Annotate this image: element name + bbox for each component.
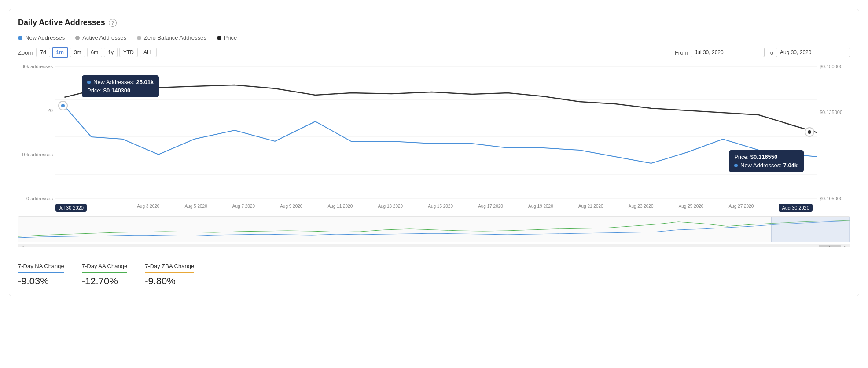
stat-aa-underline <box>82 272 127 273</box>
new-addresses-label: New Addresses <box>25 34 65 41</box>
tooltip-left-value2: $0.140300 <box>103 87 130 94</box>
stat-zba-underline <box>145 272 194 273</box>
zoom-3m[interactable]: 3m <box>70 48 85 57</box>
legend-item-new-addresses[interactable]: New Addresses <box>18 34 65 41</box>
stats-section: 7-Day NA Change -9.03% 7-Day AA Change -… <box>18 256 850 287</box>
left-circle-indicator <box>58 101 68 110</box>
tooltip-left-label2: Price: $0.140300 <box>87 87 130 94</box>
tooltip-right-label2: New Addresses: 7.04k <box>740 162 798 169</box>
zoom-1m[interactable]: 1m <box>52 47 68 58</box>
from-date-input[interactable] <box>691 48 765 57</box>
x-label-aug25: Aug 25 2020 <box>679 204 704 212</box>
stat-na-label: 7-Day NA Change <box>18 263 64 269</box>
y-right-mid1: $0.135000 <box>820 110 850 115</box>
tooltip-left-dot <box>87 81 91 84</box>
handle-bar-3 <box>831 246 832 247</box>
stat-na-change: 7-Day NA Change -9.03% <box>18 263 64 287</box>
x-label-aug7: Aug 7 2020 <box>232 204 255 212</box>
chart-body: 30k addresses 20 10k addresses 0 address… <box>18 62 850 203</box>
chart-svg <box>55 62 817 203</box>
stat-aa-change: 7-Day AA Change -12.70% <box>82 263 127 287</box>
stat-na-underline <box>18 272 64 273</box>
legend-item-zero-balance[interactable]: Zero Balance Addresses <box>137 34 206 41</box>
tooltip-left-row2: Price: $0.140300 <box>87 87 154 94</box>
legend-item-active-addresses[interactable]: Active Addresses <box>75 34 126 41</box>
x-label-aug13: Aug 13 2020 <box>378 204 403 212</box>
zero-balance-dot <box>137 36 141 40</box>
tooltip-left-row1: New Addresses: 25.01k <box>87 79 154 85</box>
x-label-start: Jul 30 2020 <box>55 204 87 212</box>
svg-rect-5 <box>18 217 850 242</box>
tooltip-right-label1: Price: $0.116550 <box>734 154 777 160</box>
chart-header: Daily Active Addresses ? <box>18 18 850 27</box>
x-label-aug23: Aug 23 2020 <box>629 204 654 212</box>
y-right-top: $0.150000 <box>820 64 850 69</box>
minimap-scrollbar: ◀ ▶ <box>18 244 850 247</box>
x-label-aug19: Aug 19 2020 <box>528 204 553 212</box>
x-label-end: Aug 30 2020 <box>779 204 812 212</box>
y-left-mid2: 10k addresses <box>18 152 53 157</box>
legend: New Addresses Active Addresses Zero Bala… <box>18 34 850 41</box>
active-addresses-dot <box>75 36 80 40</box>
zoom-1y[interactable]: 1y <box>104 48 118 57</box>
tooltip-right: Price: $0.116550 New Addresses: 7.04k <box>729 150 804 172</box>
zoom-ytd[interactable]: YTD <box>119 48 138 57</box>
right-indicator-dot <box>808 130 811 134</box>
zoom-all[interactable]: ALL <box>140 48 157 57</box>
legend-item-price[interactable]: Price <box>217 34 237 41</box>
tooltip-right-dot <box>734 164 738 167</box>
left-indicator-dot <box>61 104 65 107</box>
chart-wrapper: 30k addresses 20 10k addresses 0 address… <box>18 62 850 213</box>
scroll-left-arrow[interactable]: ◀ <box>20 245 24 247</box>
minimap-container: ◀ ▶ <box>18 216 850 247</box>
stat-na-value: -9.03% <box>18 276 64 287</box>
from-label: From <box>675 49 688 56</box>
stat-zba-change: 7-Day ZBA Change -9.80% <box>145 263 194 287</box>
zero-balance-label: Zero Balance Addresses <box>144 34 206 41</box>
to-date-input[interactable] <box>776 48 850 57</box>
new-addresses-dot <box>18 36 22 40</box>
active-addresses-label: Active Addresses <box>82 34 126 41</box>
x-label-aug11: Aug 11 2020 <box>328 204 353 212</box>
tooltip-right-row1: Price: $0.116550 <box>734 154 798 160</box>
handle-bar-1 <box>828 246 829 247</box>
tooltip-right-value2: 7.04k <box>783 162 798 169</box>
chart-title: Daily Active Addresses <box>18 18 105 27</box>
stat-zba-value: -9.80% <box>145 276 194 287</box>
y-axis-left: 30k addresses 20 10k addresses 0 address… <box>18 62 55 203</box>
scroll-handle[interactable] <box>819 245 841 247</box>
main-container: Daily Active Addresses ? New Addresses A… <box>9 9 859 296</box>
to-label: To <box>767 49 773 56</box>
controls-row: Zoom 7d 1m 3m 6m 1y YTD ALL From To <box>18 47 850 58</box>
scroll-right-arrow[interactable]: ▶ <box>844 245 848 247</box>
minimap-svg <box>18 217 850 242</box>
y-right-bot: $0.105000 <box>820 196 850 201</box>
stat-aa-value: -12.70% <box>82 276 127 287</box>
right-circle-indicator <box>805 127 814 137</box>
tooltip-right-row2: New Addresses: 7.04k <box>734 162 798 169</box>
stat-aa-label: 7-Day AA Change <box>82 263 127 269</box>
tooltip-left-value1: 25.01k <box>136 79 154 85</box>
zoom-7d[interactable]: 7d <box>36 48 50 57</box>
x-label-aug9: Aug 9 2020 <box>280 204 302 212</box>
x-label-aug17: Aug 17 2020 <box>478 204 503 212</box>
zoom-label: Zoom <box>18 49 33 56</box>
y-axis-right: $0.150000 $0.135000 $0.105000 <box>817 62 850 203</box>
x-label-aug3: Aug 3 2020 <box>137 204 159 212</box>
stat-zba-label: 7-Day ZBA Change <box>145 263 194 269</box>
x-label-aug5: Aug 5 2020 <box>185 204 207 212</box>
zoom-6m[interactable]: 6m <box>87 48 103 57</box>
tooltip-right-value1: $0.116550 <box>750 154 777 160</box>
tooltip-left-label1: New Addresses: 25.01k <box>93 79 154 85</box>
y-left-bot: 0 addresses <box>18 196 53 201</box>
handle-bar-2 <box>829 246 830 247</box>
tooltip-left: New Addresses: 25.01k Price: $0.140300 <box>82 75 159 97</box>
price-label: Price <box>224 34 237 41</box>
price-dot <box>217 36 221 40</box>
x-label-aug27: Aug 27 2020 <box>729 204 754 212</box>
x-label-aug15: Aug 15 2020 <box>428 204 453 212</box>
y-left-mid1: 20 <box>18 108 53 113</box>
svg-rect-6 <box>771 217 850 242</box>
help-icon[interactable]: ? <box>109 19 117 27</box>
x-axis: Jul 30 2020 Aug 3 2020 Aug 5 2020 Aug 7 … <box>18 203 850 213</box>
